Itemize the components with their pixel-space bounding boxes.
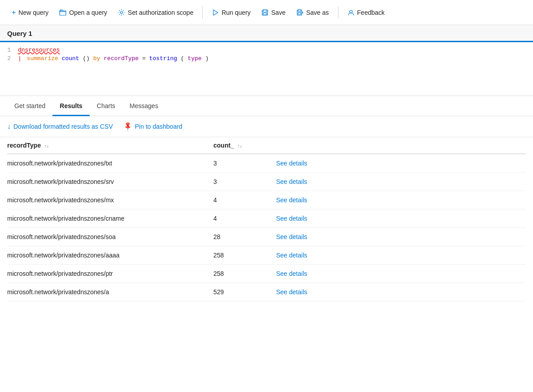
new-query-button[interactable]: + New query — [7, 6, 53, 19]
save-icon — [261, 9, 269, 16]
by-token: by — [93, 55, 100, 62]
table-row: microsoft.network/privatednszones/aaaa25… — [7, 246, 526, 265]
sort-icon-recordtype: ↑↓ — [44, 144, 49, 148]
tabs-bar: Get started Results Charts Messages — [0, 96, 533, 116]
table-body: microsoft.network/privatednszones/txt3Se… — [7, 154, 526, 301]
cell-see-details[interactable]: See details — [276, 191, 526, 209]
feedback-label: Feedback — [357, 9, 385, 16]
tostring-token: tostring — [149, 55, 177, 62]
table-row: microsoft.network/privatednszones/ptr258… — [7, 265, 526, 283]
play-icon — [212, 9, 219, 16]
run-query-label: Run query — [221, 9, 251, 16]
svg-point-1 — [121, 11, 123, 13]
table-header-row: recordType ↑↓ count_ ↑↓ — [7, 137, 526, 154]
tab-results[interactable]: Results — [52, 96, 90, 116]
query-title-bar: Query 1 — [0, 25, 533, 42]
toolbar: + New query Open a query Set authorizati… — [0, 0, 533, 25]
table-row: microsoft.network/privatednszones/txt3Se… — [7, 154, 526, 173]
cell-see-details[interactable]: See details — [276, 228, 526, 246]
pin-label: Pin to dashboard — [135, 123, 182, 130]
download-label: Download formatted results as CSV — [13, 123, 113, 130]
cell-count: 4 — [213, 209, 276, 228]
gear-icon — [118, 9, 125, 16]
table-row: microsoft.network/privatednszones/a529Se… — [7, 283, 526, 301]
tab-charts[interactable]: Charts — [90, 96, 122, 116]
table-row: microsoft.network/privatednszones/srv3Se… — [7, 173, 526, 191]
cell-count: 3 — [213, 154, 276, 173]
line-number-2: 2 — [0, 55, 18, 62]
divider-2 — [338, 6, 338, 19]
tab-get-started[interactable]: Get started — [7, 96, 52, 116]
save-as-button[interactable]: Save as — [292, 6, 334, 19]
folder-icon — [59, 9, 66, 16]
svg-rect-4 — [263, 10, 267, 12]
sort-icon-count: ↑↓ — [238, 144, 242, 148]
run-query-button[interactable]: Run query — [207, 6, 255, 19]
count-token: count — [62, 55, 79, 62]
col-header-recordtype[interactable]: recordType ↑↓ — [7, 137, 213, 154]
cell-see-details[interactable]: See details — [276, 265, 526, 283]
set-auth-label: Set authorization scope — [128, 9, 193, 16]
download-icon: ↓ — [7, 122, 11, 131]
cell-see-details[interactable]: See details — [276, 154, 526, 173]
cell-recordtype: microsoft.network/privatednszones/soa — [7, 228, 213, 246]
svg-rect-7 — [298, 10, 301, 12]
svg-point-9 — [350, 10, 352, 13]
divider-1 — [202, 6, 203, 19]
table-row: microsoft.network/privatednszones/mx4See… — [7, 191, 526, 209]
paren-token-1: () — [82, 55, 93, 62]
col-header-action — [276, 137, 526, 154]
code-line-2: 2 | summarize count () by recordType = t… — [0, 54, 533, 63]
code-editor[interactable]: 1 dnsresources 2 | summarize count () by… — [0, 42, 533, 96]
results-table: recordType ↑↓ count_ ↑↓ microsoft.networ… — [7, 137, 526, 301]
cell-recordtype: microsoft.network/privatednszones/srv — [7, 173, 213, 191]
cell-recordtype: microsoft.network/privatednszones/ptr — [7, 265, 213, 283]
table-row: microsoft.network/privatednszones/soa28S… — [7, 228, 526, 246]
open-query-label: Open a query — [69, 9, 107, 16]
svg-rect-5 — [263, 13, 267, 15]
summarize-token: summarize — [27, 55, 58, 62]
open-query-button[interactable]: Open a query — [55, 6, 112, 19]
results-table-wrapper: recordType ↑↓ count_ ↑↓ microsoft.networ… — [0, 137, 533, 301]
new-query-label: New query — [18, 9, 48, 16]
pin-dashboard-button[interactable]: 📌 Pin to dashboard — [124, 122, 182, 131]
cell-see-details[interactable]: See details — [276, 209, 526, 228]
feedback-icon — [347, 9, 355, 16]
query-title: Query 1 — [7, 30, 32, 37]
save-label: Save — [271, 9, 286, 16]
cell-recordtype: microsoft.network/privatednszones/cname — [7, 209, 213, 228]
save-button[interactable]: Save — [257, 6, 290, 19]
type-token: type — [188, 55, 202, 62]
cell-see-details[interactable]: See details — [276, 173, 526, 191]
download-csv-button[interactable]: ↓ Download formatted results as CSV — [7, 122, 113, 131]
svg-rect-8 — [298, 13, 301, 14]
col-header-count[interactable]: count_ ↑↓ — [213, 137, 276, 154]
pipe-token: | — [18, 55, 22, 62]
save-as-label: Save as — [306, 9, 329, 16]
code-content-2: | summarize count () by recordType = tos… — [18, 55, 533, 62]
tab-messages[interactable]: Messages — [122, 96, 165, 116]
cell-count: 4 — [213, 191, 276, 209]
plus-icon: + — [12, 9, 16, 17]
cell-see-details[interactable]: See details — [276, 246, 526, 265]
code-token-table: dnsresources — [18, 47, 60, 53]
code-content-1: dnsresources — [18, 47, 533, 53]
cell-recordtype: microsoft.network/privatednszones/a — [7, 283, 213, 301]
set-auth-button[interactable]: Set authorization scope — [113, 6, 198, 19]
feedback-button[interactable]: Feedback — [343, 6, 389, 19]
code-line-1: 1 dnsresources — [0, 46, 533, 54]
table-row: microsoft.network/privatednszones/cname4… — [7, 209, 526, 228]
cell-count: 3 — [213, 173, 276, 191]
cell-recordtype: microsoft.network/privatednszones/aaaa — [7, 246, 213, 265]
cell-count: 529 — [213, 283, 276, 301]
svg-marker-2 — [213, 10, 218, 15]
paren-token-3: ) — [205, 55, 209, 62]
cell-see-details[interactable]: See details — [276, 283, 526, 301]
save-as-icon — [296, 9, 303, 16]
paren-token-2: ( — [181, 55, 184, 62]
cell-count: 258 — [213, 265, 276, 283]
cell-count: 258 — [213, 246, 276, 265]
results-actions: ↓ Download formatted results as CSV 📌 Pi… — [0, 116, 533, 137]
pin-icon: 📌 — [122, 121, 134, 132]
cell-recordtype: microsoft.network/privatednszones/txt — [7, 154, 213, 173]
